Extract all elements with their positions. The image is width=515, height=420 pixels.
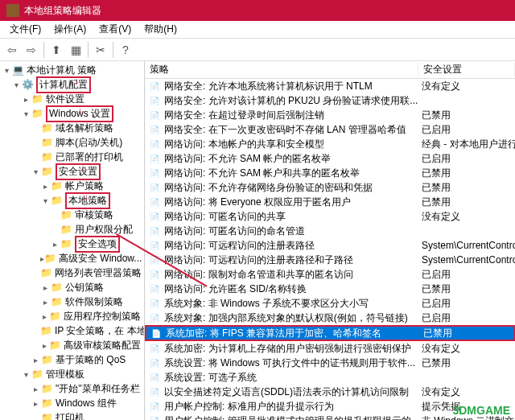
folder-icon (40, 151, 53, 163)
tree-windows-components[interactable]: ▸Windows 组件 (0, 396, 144, 410)
tree-dns-policy[interactable]: 域名解析策略 (0, 121, 144, 135)
folder-icon (40, 383, 53, 394)
policy-row[interactable]: 网络访问: 可远程访问的注册表路径System\CurrentContro... (145, 238, 515, 253)
tree-windows-settings[interactable]: ▾Windows 设置 (0, 106, 144, 121)
policy-row[interactable]: 网络安全: 允许对该计算机的 PKU2U 身份验证请求使用联... (145, 93, 515, 108)
policy-icon (148, 152, 161, 165)
folder-icon (40, 397, 53, 409)
policy-row[interactable]: 网络访问: 将 Everyone 权限应用于匿名用户已禁用 (145, 195, 515, 209)
menubar: 文件(F) 操作(A) 查看(V) 帮助(H) (0, 21, 515, 39)
policy-name: 网络安全: 在超过登录时间后强制注销 (164, 109, 422, 122)
tree-network-list[interactable]: 网络列表管理器策略 (0, 266, 144, 280)
policy-row[interactable]: 网络安全: 在下一次更改密码时不存储 LAN 管理器哈希值已启用 (145, 122, 515, 137)
tree-root[interactable]: ▾本地计算机 策略 (0, 63, 144, 77)
tree-security-options[interactable]: ▸安全选项 (0, 237, 144, 251)
policy-name: 网络访问: 限制对命名管道和共享的匿名访问 (164, 268, 422, 282)
folder-icon (60, 209, 72, 220)
list-header: 策略 安全设置 (145, 61, 515, 79)
policy-row[interactable]: 以安全描述符定义语言(SDDL)语法表示的计算机访问限制没有定义 (145, 385, 515, 399)
policy-row[interactable]: 系统设置: 可选子系统 (145, 370, 515, 385)
policy-row[interactable]: 网络访问: 本地帐户的共享和安全模型经典 - 对本地用户进行... (145, 137, 515, 151)
policy-value: System\CurrentContro... (422, 240, 515, 251)
folder-icon (50, 195, 63, 206)
policy-row[interactable]: 系统对象: 加强内部系统对象的默认权限(例如，符号链接)已启用 (145, 311, 515, 325)
policy-name: 网络安全: 在下一次更改密码时不存储 LAN 管理器哈希值 (164, 123, 422, 137)
policy-name: 网络访问: 可匿名访问的命名管道 (164, 224, 422, 238)
policy-row[interactable]: 网络安全: 允许本地系统将计算机标识用于 NTLM没有定义 (145, 79, 515, 93)
tree-firewall[interactable]: ▸高级安全 Window... (0, 251, 144, 266)
help-button[interactable]: ? (117, 41, 134, 59)
folder-icon (50, 296, 63, 307)
policy-name: 网络安全: 允许本地系统将计算机标识用于 NTLM (164, 80, 422, 93)
tree-software-restriction[interactable]: ▸软件限制策略 (0, 294, 144, 309)
policy-icon (148, 94, 161, 107)
menu-action[interactable]: 操作(A) (47, 23, 93, 36)
tree-account-policies[interactable]: ▸帐户策略 (0, 179, 144, 193)
policy-row[interactable]: 网络访问: 允许匿名 SID/名称转换已禁用 (145, 282, 515, 296)
policy-row[interactable]: 系统对象: 非 Windows 子系统不要求区分大小写已启用 (145, 296, 515, 311)
policy-icon (148, 414, 161, 420)
forward-button[interactable]: ⇨ (23, 41, 40, 59)
tree-computer-config[interactable]: ▾计算机配置 (0, 77, 144, 92)
policy-row[interactable]: 网络访问: 不允许 SAM 帐户的匿名枚举已启用 (145, 151, 515, 166)
policy-row[interactable]: 网络访问: 可匿名访问的命名管道 (145, 224, 515, 238)
back-button[interactable]: ⇦ (3, 41, 21, 59)
list-body: 网络安全: 允许本地系统将计算机标识用于 NTLM没有定义网络安全: 允许对该计… (145, 79, 515, 420)
folder-icon (50, 180, 63, 191)
window-title: 本地组策略编辑器 (24, 4, 101, 18)
policy-name: 网络访问: 可远程访问的注册表路径和子路径 (164, 253, 422, 267)
policy-name: 网络访问: 不允许 SAM 帐户和共享的匿名枚举 (164, 167, 422, 180)
folder-icon (50, 282, 63, 293)
tree-software-settings[interactable]: ▸软件设置 (0, 92, 144, 106)
tree-deployed-printers[interactable]: 已部署的打印机 (0, 150, 144, 164)
tree-start-taskbar[interactable]: ▸"开始"菜单和任务栏 (0, 381, 144, 396)
tree-audit-policy[interactable]: 审核策略 (0, 208, 144, 222)
tree-user-rights[interactable]: 用户权限分配 (0, 222, 144, 237)
policy-name: 网络安全: 允许对该计算机的 PKU2U 身份验证请求使用联... (164, 94, 422, 108)
policy-name: 网络访问: 本地帐户的共享和安全模型 (164, 138, 422, 151)
export-button[interactable]: ✂ (92, 41, 109, 59)
tree-app-control[interactable]: ▸应用程序控制策略 (0, 309, 144, 323)
policy-value: 没有定义 (422, 342, 515, 356)
policy-row[interactable]: 网络访问: 不允许存储网络身份验证的密码和凭据已禁用 (145, 180, 515, 195)
tree-qos[interactable]: ▸基于策略的 QoS (0, 352, 144, 367)
policy-value: 已禁用 (422, 356, 515, 370)
policy-row[interactable]: 系统设置: 将 Windows 可执行文件中的证书规则用于软件...已禁用 (145, 356, 515, 370)
tree-admin-templates[interactable]: ▾管理模板 (0, 367, 144, 381)
show-hide-button[interactable]: ▦ (67, 41, 84, 59)
main-content: ▾本地计算机 策略 ▾计算机配置 ↓ ▸软件设置 ▾Windows 设置 ↓ 域… (0, 61, 515, 420)
tree-public-key[interactable]: ▸公钥策略 (0, 280, 144, 294)
tree-local-policies[interactable]: ▾本地策略 (0, 193, 144, 208)
menu-help[interactable]: 帮助(H) (138, 23, 183, 36)
policy-value: 没有定义 (422, 80, 515, 93)
policy-row[interactable]: 网络访问: 限制对命名管道和共享的匿名访问已启用 (145, 267, 515, 282)
policy-row[interactable]: 网络访问: 可匿名访问的共享没有定义 (145, 209, 515, 224)
policy-name: 网络访问: 不允许存储网络身份验证的密码和凭据 (164, 181, 422, 195)
column-policy[interactable]: 策略 (145, 63, 418, 76)
tree-printers[interactable]: 打印机 (0, 410, 144, 420)
tree-advanced-audit[interactable]: ▸高级审核策略配置 (0, 338, 144, 352)
policy-icon (148, 181, 161, 194)
column-setting[interactable]: 安全设置 (418, 63, 515, 76)
policy-row[interactable]: 网络访问: 不允许 SAM 帐户和共享的匿名枚举已禁用 (145, 166, 515, 180)
policy-row[interactable]: 系统加密: 为计算机上存储的用户密钥强制进行强密钥保护没有定义 (145, 341, 515, 356)
policy-value: 没有定义 (422, 385, 515, 399)
policy-value: 已禁用 (422, 109, 515, 122)
menu-file[interactable]: 文件(F) (3, 23, 47, 36)
policy-row[interactable]: 网络访问: 可远程访问的注册表路径和子路径System\CurrentContr… (145, 253, 515, 267)
folder-icon (49, 340, 61, 351)
policy-icon (148, 167, 161, 179)
menu-view[interactable]: 查看(V) (93, 23, 138, 36)
policy-value: 已禁用 (422, 167, 515, 180)
folder-icon (60, 238, 72, 249)
tree-scripts[interactable]: 脚本(启动/关机) (0, 135, 144, 150)
policy-row[interactable]: 系统加密: 将 FIPS 兼容算法用于加密、哈希和签名已禁用 (145, 325, 515, 341)
folder-icon (40, 267, 52, 278)
tree-ipsec[interactable]: IP 安全策略，在 本地 (0, 323, 144, 338)
folder-icon (31, 108, 43, 119)
folder-icon (31, 93, 43, 105)
policy-name: 网络访问: 允许匿名 SID/名称转换 (164, 282, 422, 296)
policy-row[interactable]: 网络安全: 在超过登录时间后强制注销已禁用 (145, 108, 515, 122)
up-button[interactable]: ⬆ (47, 41, 65, 59)
tree-security-settings[interactable]: ▾安全设置 (0, 164, 144, 179)
